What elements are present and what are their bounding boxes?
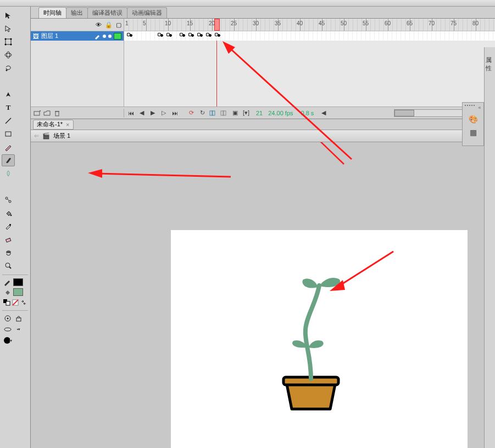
- svg-rect-24: [16, 318, 21, 321]
- document-tab[interactable]: 未命名-1* ×: [33, 120, 74, 130]
- step-forward-icon[interactable]: ▷: [159, 109, 168, 117]
- svg-rect-9: [5, 132, 11, 136]
- svg-point-6: [7, 52, 10, 58]
- line-tool[interactable]: [2, 115, 15, 127]
- brush-tool[interactable]: [2, 154, 15, 166]
- swatches-icon[interactable]: ▦: [470, 128, 477, 137]
- new-layer-icon[interactable]: [33, 109, 42, 117]
- new-folder-icon[interactable]: [43, 109, 52, 117]
- layer-color-swatch[interactable]: [114, 33, 121, 40]
- svg-point-3: [5, 44, 7, 46]
- fill-swatch[interactable]: [13, 288, 23, 296]
- svg-line-8: [5, 118, 11, 124]
- svg-line-12: [7, 199, 9, 201]
- paint-bucket-tool[interactable]: [2, 207, 15, 219]
- frame-strip[interactable]: [124, 31, 495, 41]
- edit-multiple-icon[interactable]: ▣: [231, 109, 240, 117]
- bucket-mini-icon: [3, 288, 11, 296]
- lock-dot[interactable]: [108, 35, 112, 38]
- properties-tab[interactable]: 属性: [484, 55, 495, 75]
- timeline-ruler[interactable]: 15101520253035404550556065707580: [124, 19, 495, 31]
- svg-line-17: [9, 267, 11, 268]
- modify-markers-icon[interactable]: [▾]: [242, 109, 251, 117]
- stage-area[interactable]: [31, 142, 495, 448]
- svg-point-11: [9, 200, 11, 203]
- tab-timeline[interactable]: 时间轴: [38, 7, 66, 18]
- eye-icon[interactable]: 👁: [96, 21, 102, 28]
- svg-point-7: [6, 70, 8, 71]
- properties-label: 属性: [486, 57, 492, 71]
- outline-icon[interactable]: ▢: [116, 21, 121, 29]
- play-icon[interactable]: ▶: [148, 109, 157, 117]
- document-tabs: 未命名-1* ×: [31, 119, 495, 130]
- step-back-icon[interactable]: ◀: [137, 109, 146, 117]
- app-titlebar: [0, 0, 495, 7]
- scroll-left-icon[interactable]: ◀: [319, 109, 328, 117]
- svg-point-1: [5, 38, 7, 40]
- eyedropper-tool[interactable]: [2, 220, 15, 232]
- pencil-layer-icon: [94, 33, 101, 40]
- svg-rect-27: [34, 111, 40, 115]
- back-icon[interactable]: ⇐: [34, 132, 39, 139]
- svg-line-35: [219, 142, 344, 164]
- goto-last-icon[interactable]: ⏭: [170, 109, 179, 117]
- deco-tool[interactable]: [2, 167, 15, 180]
- tab-motion-editor[interactable]: 动画编辑器: [127, 7, 167, 18]
- pencil-tool[interactable]: [2, 141, 15, 153]
- snap-option-icon[interactable]: [3, 314, 12, 323]
- brush-mode-icon[interactable]: [3, 325, 12, 334]
- goto-first-icon[interactable]: ⏮: [126, 109, 135, 117]
- onion-skin-icon[interactable]: [209, 109, 218, 117]
- lock-icon[interactable]: 🔒: [105, 21, 113, 29]
- tab-output[interactable]: 输出: [66, 7, 88, 18]
- svg-point-4: [10, 44, 12, 46]
- eraser-tool[interactable]: [2, 233, 15, 245]
- elapsed-readout: 0.8 s: [301, 110, 314, 116]
- pen-tool[interactable]: [2, 88, 15, 100]
- layer-icon: 🖼: [33, 33, 39, 40]
- center-frame-icon[interactable]: ⟳: [187, 109, 196, 117]
- pencil-mini-icon: [3, 278, 11, 286]
- scene-icon: 🎬: [42, 132, 50, 139]
- timeline-panel: 👁 🔒 ▢ 15101520253035404550556065707580 🖼…: [31, 19, 495, 119]
- brush-shape-icon[interactable]: ▾: [3, 336, 12, 345]
- document-title: 未命名-1*: [37, 120, 63, 128]
- 3d-rotation-tool[interactable]: [2, 49, 15, 61]
- loop-icon[interactable]: ↻: [198, 109, 207, 117]
- subselection-tool[interactable]: [2, 23, 15, 35]
- lasso-tool[interactable]: [2, 62, 15, 74]
- text-tool[interactable]: T: [2, 102, 15, 114]
- tools-grid: T: [1, 9, 29, 272]
- stroke-swatch[interactable]: [13, 278, 23, 286]
- palette-icon[interactable]: 🎨: [469, 115, 478, 124]
- bone-tool[interactable]: [2, 194, 15, 206]
- timeline-header-icons: 👁 🔒 ▢: [31, 19, 124, 31]
- layer-row[interactable]: 🖼 图层 1: [31, 31, 124, 41]
- svg-rect-0: [5, 39, 11, 44]
- timeline-footer: ⏮ ◀ ▶ ▷ ⏭ ⟳ ↻ ▣ [▾] 21 24.00 fps 0.8 s ◀: [31, 107, 495, 119]
- lock-fill-icon[interactable]: [14, 314, 23, 323]
- black-white-icon[interactable]: [3, 298, 11, 307]
- visibility-dot[interactable]: [103, 35, 106, 38]
- swap-colors-icon[interactable]: [20, 298, 27, 307]
- close-icon[interactable]: ×: [66, 121, 69, 128]
- selection-tool[interactable]: [2, 9, 15, 21]
- svg-rect-14: [9, 224, 11, 226]
- free-transform-tool[interactable]: [2, 36, 15, 48]
- fill-color-row: [1, 287, 29, 297]
- scene-label: 场景 1: [53, 132, 70, 140]
- rectangle-tool[interactable]: [2, 128, 15, 140]
- dock-grip-icon[interactable]: «: [465, 105, 481, 110]
- tools-panel: T ▪▾ ▾: [0, 7, 31, 448]
- delete-layer-icon[interactable]: [53, 109, 62, 117]
- hand-tool[interactable]: [2, 247, 15, 259]
- no-color-icon[interactable]: [12, 298, 19, 307]
- brush-size-dot[interactable]: ▪▾: [14, 325, 23, 334]
- tab-compiler-errors[interactable]: 编译器错误: [87, 7, 127, 18]
- right-dock[interactable]: « 🎨 ▦: [462, 102, 484, 146]
- svg-point-23: [7, 318, 9, 320]
- zoom-tool[interactable]: [2, 260, 15, 272]
- svg-point-5: [5, 53, 12, 57]
- svg-point-16: [5, 263, 10, 267]
- onion-outline-icon[interactable]: [220, 109, 229, 117]
